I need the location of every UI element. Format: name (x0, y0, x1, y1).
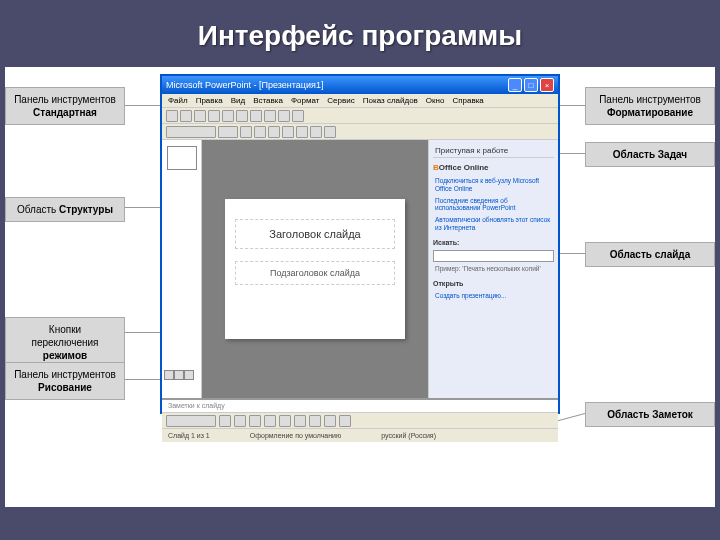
standard-toolbar (162, 108, 558, 124)
label-format-toolbar: Панель инструментовФорматирование (585, 87, 715, 125)
label-drawing-toolbar: Панель инструментовРисование (5, 362, 125, 400)
menu-item[interactable]: Правка (196, 96, 223, 105)
label-standard-toolbar: Панель инструментовСтандартная (5, 87, 125, 125)
status-bar: Слайд 1 из 1 Оформление по умолчанию рус… (162, 428, 558, 442)
notes-pane[interactable]: Заметки к слайду (162, 398, 558, 412)
window-body: Заголовок слайда Подзаголовок слайда При… (162, 140, 558, 398)
task-pane[interactable]: Приступая к работе BOffice Online Подклю… (428, 140, 558, 398)
window-title: Microsoft PowerPoint - [Презентация1] (166, 80, 323, 90)
toolbar-icon[interactable] (292, 110, 304, 122)
underline-icon[interactable] (268, 126, 280, 138)
toolbar-icon[interactable] (296, 126, 308, 138)
task-link[interactable]: Автоматически обновлять этот список из И… (433, 215, 554, 233)
page-title: Интерфейс программы (0, 0, 720, 67)
search-input[interactable] (433, 250, 554, 262)
menu-item[interactable]: Вид (231, 96, 245, 105)
rectangle-icon[interactable] (249, 415, 261, 427)
line-icon[interactable] (219, 415, 231, 427)
toolbar-icon[interactable] (208, 110, 220, 122)
close-button[interactable]: × (540, 78, 554, 92)
title-bar: Microsoft PowerPoint - [Презентация1] _ … (162, 76, 558, 94)
font-select[interactable] (166, 126, 216, 138)
slide-thumbnail[interactable] (167, 146, 197, 170)
main-diagram: Панель инструментовСтандартная Область С… (5, 67, 715, 507)
slide-title-placeholder[interactable]: Заголовок слайда (235, 219, 395, 249)
slide-subtitle-placeholder[interactable]: Подзаголовок слайда (235, 261, 395, 285)
task-link[interactable]: Последние сведения об использовании Powe… (433, 196, 554, 214)
drawing-toolbar (162, 412, 558, 428)
label-slide-area: Область слайда (585, 242, 715, 267)
toolbar-icon[interactable] (264, 110, 276, 122)
toolbar-icon[interactable] (339, 415, 351, 427)
menu-item[interactable]: Справка (452, 96, 483, 105)
slideshow-button[interactable] (184, 370, 194, 380)
format-toolbar (162, 124, 558, 140)
label-task-pane: Область Задач (585, 142, 715, 167)
label-view-buttons: Кнопки переключениярежимов (5, 317, 125, 368)
autoshapes-button[interactable] (166, 415, 216, 427)
create-link[interactable]: Создать презентацию... (433, 291, 554, 301)
toolbar-icon[interactable] (250, 110, 262, 122)
menu-item[interactable]: Файл (168, 96, 188, 105)
menu-item[interactable]: Показ слайдов (363, 96, 418, 105)
oval-icon[interactable] (264, 415, 276, 427)
search-example: Пример: 'Печать нескольких копий' (433, 264, 554, 274)
outline-pane[interactable] (162, 140, 202, 398)
toolbar-icon[interactable] (166, 110, 178, 122)
toolbar-icon[interactable] (294, 415, 306, 427)
powerpoint-window: Microsoft PowerPoint - [Презентация1] _ … (160, 74, 560, 414)
toolbar-icon[interactable] (310, 126, 322, 138)
search-label: Искать: (433, 237, 554, 248)
normal-view-button[interactable] (164, 370, 174, 380)
arrow-icon[interactable] (234, 415, 246, 427)
menu-item[interactable]: Вставка (253, 96, 283, 105)
view-buttons (164, 370, 194, 382)
slide-area[interactable]: Заголовок слайда Подзаголовок слайда (202, 140, 428, 398)
menu-item[interactable]: Сервис (327, 96, 354, 105)
label-notes-area: Область Заметок (585, 402, 715, 427)
sorter-view-button[interactable] (174, 370, 184, 380)
minimize-button[interactable]: _ (508, 78, 522, 92)
toolbar-icon[interactable] (180, 110, 192, 122)
open-section: Открыть (433, 278, 554, 289)
task-link[interactable]: Подключиться к веб-узлу Microsoft Office… (433, 176, 554, 194)
menu-bar: Файл Правка Вид Вставка Формат Сервис По… (162, 94, 558, 108)
bold-icon[interactable] (240, 126, 252, 138)
size-select[interactable] (218, 126, 238, 138)
slide[interactable]: Заголовок слайда Подзаголовок слайда (225, 199, 405, 339)
toolbar-icon[interactable] (309, 415, 321, 427)
status-lang: русский (Россия) (381, 432, 436, 439)
label-outline-area: Область Структуры (5, 197, 125, 222)
toolbar-icon[interactable] (222, 110, 234, 122)
toolbar-icon[interactable] (282, 126, 294, 138)
status-slide: Слайд 1 из 1 (168, 432, 210, 439)
window-buttons: _ □ × (508, 78, 554, 92)
leader-line (556, 413, 585, 422)
menu-item[interactable]: Окно (426, 96, 445, 105)
toolbar-icon[interactable] (236, 110, 248, 122)
textbox-icon[interactable] (279, 415, 291, 427)
toolbar-icon[interactable] (194, 110, 206, 122)
italic-icon[interactable] (254, 126, 266, 138)
toolbar-icon[interactable] (278, 110, 290, 122)
status-design: Оформление по умолчанию (250, 432, 342, 439)
toolbar-icon[interactable] (324, 126, 336, 138)
toolbar-icon[interactable] (324, 415, 336, 427)
task-pane-header: Приступая к работе (433, 144, 554, 158)
maximize-button[interactable]: □ (524, 78, 538, 92)
office-online-logo: BOffice Online (433, 161, 554, 174)
menu-item[interactable]: Формат (291, 96, 319, 105)
